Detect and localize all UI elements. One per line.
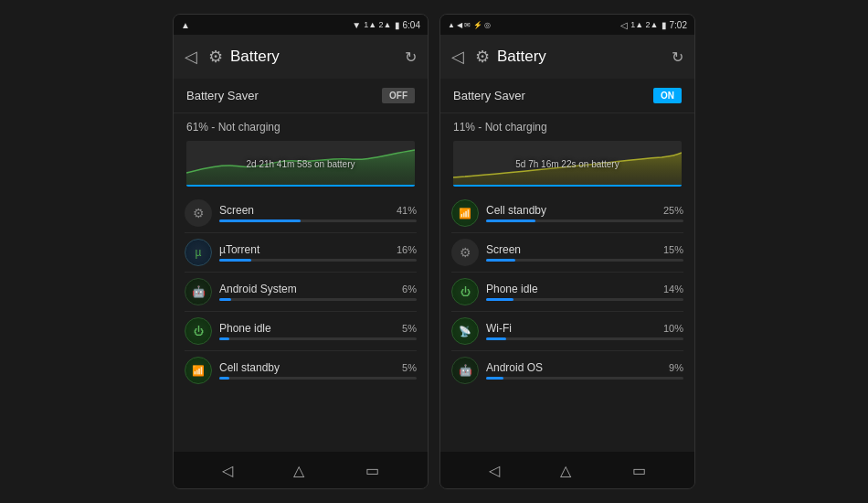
battery-icon-2: ▮ [662, 20, 667, 30]
screen-icon-1: ⚙ [185, 199, 212, 227]
screen-pct-1: 41% [397, 205, 417, 216]
battery-chart-2: 5d 7h 16m 22s on battery [453, 141, 682, 187]
charge-status-1: 61% - Not charging [174, 113, 428, 137]
back-arrow-icon-2[interactable]: ◁ [451, 47, 464, 67]
chart-label-2: 5d 7h 16m 22s on battery [515, 159, 619, 169]
cell-standby-bar-bg-1 [219, 377, 417, 380]
android-bar-bg-1 [219, 298, 417, 301]
screen-name-2: Screen [486, 243, 521, 256]
phone-idle-name-1: Phone idle [219, 322, 271, 335]
status-right-icons-1: ▼ 1▲ 2▲ ▮ 6:04 [352, 20, 420, 30]
nav-bar-1: ◁ △ ▭ [174, 452, 428, 488]
list-item: 🤖 Android System 6% [174, 273, 428, 311]
list-item: 📡 Wi-Fi 10% [440, 312, 694, 350]
phone-idle-icon-1: ⏻ [185, 317, 212, 345]
signal-strength-1: 1▲ 2▲ [364, 20, 391, 29]
home-nav-btn-2[interactable]: △ [560, 462, 571, 479]
recent-nav-btn-2[interactable]: ▭ [632, 462, 646, 479]
wifi-name-2: Wi-Fi [486, 322, 512, 335]
wifi-info-2: Wi-Fi 10% [486, 322, 683, 340]
time-1: 6:04 [403, 20, 420, 30]
wifi-pct-2: 10% [663, 323, 683, 334]
battery-saver-row-1[interactable]: Battery Saver OFF [174, 79, 428, 113]
content-2: Battery Saver ON 11% - Not charging 5d 7… [440, 79, 694, 452]
cell-standby-icon-1: 📶 [185, 357, 212, 384]
android-bar-fill-1 [219, 298, 231, 301]
screen-bar-bg-2 [486, 259, 683, 262]
screen-bar-bg-1 [219, 219, 417, 222]
refresh-icon-1[interactable]: ↻ [405, 48, 417, 66]
phone-idle-bar-bg-1 [219, 337, 417, 340]
wifi-signal-icon-2: ◁ [620, 20, 628, 30]
battery-saver-row-2[interactable]: Battery Saver ON [440, 79, 694, 113]
refresh-icon-2[interactable]: ↻ [672, 48, 683, 66]
battery-saver-toggle-1[interactable]: OFF [382, 88, 415, 103]
android-os-icon-2: 🤖 [451, 357, 479, 384]
wifi-icon-2: 📡 [451, 317, 479, 345]
notification-icons-2: ▲ ◀ ✉ ⚡ ◎ [448, 21, 491, 29]
list-item: ⏻ Phone idle 14% [440, 273, 694, 311]
phone-idle-bar-fill-1 [219, 337, 229, 340]
screen-info-2: Screen 15% [486, 243, 683, 262]
phone-idle-name-row-2: Phone idle 14% [486, 283, 683, 295]
back-arrow-icon-1[interactable]: ◁ [185, 47, 197, 67]
gear-icon-2: ⚙ [475, 47, 490, 67]
cell-standby-info-1: Cell standby 5% [219, 361, 417, 380]
wifi-bar-bg-2 [486, 337, 683, 340]
android-os-name-2: Android OS [486, 361, 543, 374]
list-item: ⚙ Screen 41% [174, 194, 428, 232]
utorrent-name-row-1: µTorrent 16% [219, 243, 417, 256]
cell-standby-bar-fill-1 [219, 377, 229, 380]
battery-saver-label-2: Battery Saver [453, 89, 525, 102]
content-1: Battery Saver OFF 61% - Not charging 2d … [174, 79, 428, 452]
battery-chart-1: 2d 21h 41m 58s on battery [186, 141, 415, 187]
recent-nav-btn-1[interactable]: ▭ [365, 462, 379, 479]
cell-standby-icon-2: 📶 [451, 199, 479, 227]
back-nav-btn-1[interactable]: ◁ [222, 462, 233, 479]
phone-idle-info-1: Phone idle 5% [219, 322, 417, 340]
phone-idle-name-row-1: Phone idle 5% [219, 322, 417, 335]
battery-saver-label-1: Battery Saver [186, 89, 259, 102]
list-item: 🤖 Android OS 9% [440, 351, 694, 390]
android-icon-1: 🤖 [185, 278, 212, 305]
utorrent-icon-1: µ [185, 239, 212, 266]
wifi-bar-fill-2 [486, 337, 506, 340]
usage-list-2: 📶 Cell standby 25% ⚙ Screen [440, 190, 694, 393]
nav-bar-2: ◁ △ ▭ [440, 452, 694, 488]
status-right-icons-2: ◁ 1▲ 2▲ ▮ 7:02 [620, 20, 687, 30]
cell-standby-name-row-1: Cell standby 5% [219, 361, 417, 374]
cell-standby-pct-1: 5% [402, 362, 417, 373]
android-name-1: Android System [219, 283, 297, 295]
utorrent-pct-1: 16% [397, 244, 417, 255]
battery-icon-1: ▮ [395, 20, 400, 30]
status-bar-2: ▲ ◀ ✉ ⚡ ◎ ◁ 1▲ 2▲ ▮ 7:02 [440, 15, 694, 35]
phone-idle-name-2: Phone idle [486, 283, 538, 295]
wifi-signal-icon-1: ▼ [352, 20, 361, 30]
phone-idle-info-2: Phone idle 14% [486, 283, 683, 301]
phone-idle-icon-2: ⏻ [451, 278, 479, 305]
screen-info-1: Screen 41% [219, 204, 417, 222]
status-left-icons-2: ▲ ◀ ✉ ⚡ ◎ [448, 21, 491, 29]
gear-icon-1: ⚙ [208, 47, 223, 67]
battery-saver-toggle-2[interactable]: ON [653, 88, 682, 103]
screen-name-row-1: Screen 41% [219, 204, 417, 217]
list-item: 📶 Cell standby 5% [174, 351, 428, 390]
cell-standby-pct-2: 25% [663, 205, 683, 216]
back-nav-btn-2[interactable]: ◁ [489, 462, 500, 479]
screen-bar-fill-1 [219, 219, 301, 222]
wifi-name-row-2: Wi-Fi 10% [486, 322, 683, 335]
cell-standby-bar-fill-2 [486, 219, 535, 222]
screen-pct-2: 15% [663, 244, 683, 255]
screen-bar-fill-2 [486, 259, 515, 262]
signal-strength-2: 1▲ 2▲ [630, 20, 658, 29]
android-pct-1: 6% [402, 284, 417, 294]
cell-standby-name-1: Cell standby [219, 361, 280, 374]
phone-idle-pct-2: 14% [663, 284, 683, 294]
chart-bar-bottom-2 [453, 185, 682, 187]
notification-icons-1: ▲ [181, 20, 190, 30]
utorrent-bar-bg-1 [219, 259, 417, 262]
home-nav-btn-1[interactable]: △ [293, 462, 304, 479]
android-name-row-1: Android System 6% [219, 283, 417, 295]
status-left-icons-1: ▲ [181, 20, 190, 30]
time-2: 7:02 [670, 20, 687, 30]
